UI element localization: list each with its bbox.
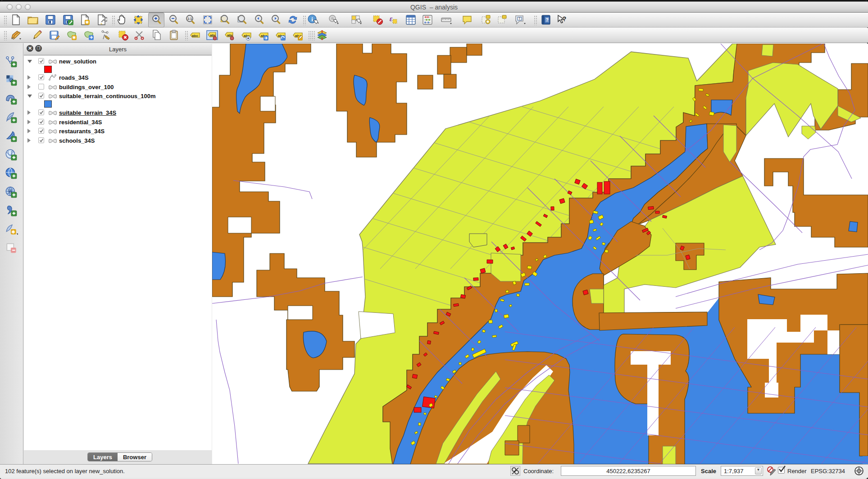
svg-text:✱: ✱ xyxy=(85,20,89,25)
svg-text:?: ? xyxy=(545,18,548,23)
svg-text:ab: ab xyxy=(210,33,214,37)
svg-text:abc: abc xyxy=(192,34,198,38)
svg-text:✱: ✱ xyxy=(11,229,15,234)
svg-text:✱: ✱ xyxy=(486,20,490,24)
svg-text:ab: ab xyxy=(227,33,231,37)
svg-text:T: T xyxy=(518,17,521,20)
svg-text:1:1: 1:1 xyxy=(187,17,192,20)
svg-text:ε: ε xyxy=(390,15,393,23)
svg-text:?: ? xyxy=(563,15,567,23)
svg-text:i: i xyxy=(311,16,313,23)
svg-text:✱: ✱ xyxy=(72,35,76,40)
